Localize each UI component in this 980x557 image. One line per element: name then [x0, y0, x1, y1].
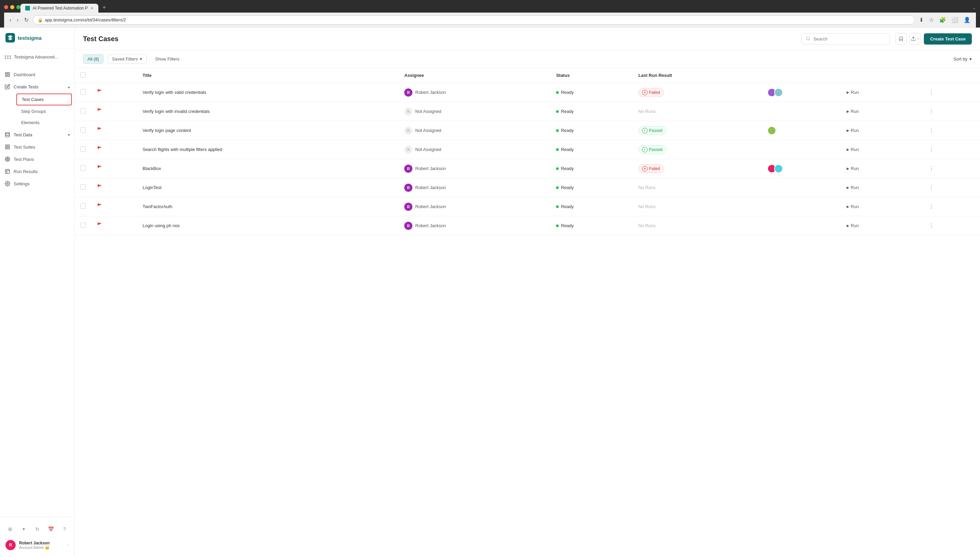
show-filters-button[interactable]: Show Filters [151, 54, 184, 64]
title-cell[interactable]: Verify login page content [137, 121, 399, 140]
saved-filters-button[interactable]: Saved Filters ▾ [108, 54, 147, 64]
sidebar-item-step-groups[interactable]: Step Groups [16, 106, 72, 117]
row-checkbox[interactable] [80, 165, 86, 171]
sidebar-item-test-data[interactable]: Test Data ▾ [0, 129, 75, 141]
gear-icon [5, 181, 10, 186]
test-case-title: Verify login with valid credentials [142, 90, 206, 95]
more-options-button[interactable]: ⋮ [926, 183, 975, 192]
title-cell[interactable]: TwoFactorAuth [137, 197, 399, 216]
row-checkbox-cell [75, 102, 92, 121]
minimize-button[interactable] [10, 5, 14, 9]
search-input[interactable] [813, 36, 885, 41]
extensions-icon[interactable]: 🧩 [938, 15, 947, 24]
browser-toolbar: ‹ › ↻ 🔒 app.testsigma.com/ui/td/34/cases… [4, 13, 976, 28]
title-cell[interactable]: Verify login with valid credentials [137, 83, 399, 102]
run-button[interactable]: ▶ Run [844, 184, 915, 191]
active-tab[interactable]: AI Powered Test Automation P ✕ [20, 4, 98, 13]
run-button[interactable]: ▶ Run [844, 164, 915, 173]
svg-line-21 [407, 148, 410, 151]
more-options-button[interactable]: ⋮ [926, 145, 975, 154]
address-bar[interactable]: 🔒 app.testsigma.com/ui/td/34/cases/filte… [33, 15, 915, 24]
sort-by-button[interactable]: Sort by ▾ [954, 57, 972, 62]
tool-refresh[interactable]: ↻ [32, 524, 43, 534]
sidebar-item-run-results[interactable]: Run Results [0, 165, 75, 178]
row-checkbox[interactable] [80, 204, 86, 209]
col-more [921, 68, 980, 83]
sidebar-item-test-plans[interactable]: Test Plans [0, 153, 75, 165]
create-test-case-button[interactable]: Create Test Case [924, 33, 972, 44]
app-selector[interactable]: Testsigma Advanced... [0, 51, 75, 63]
tool-calendar[interactable]: 📅 [46, 524, 57, 534]
title-cell[interactable]: Verify login with invalid credentials [137, 102, 399, 121]
more-options-cell: ⋮ [921, 140, 980, 159]
traffic-lights[interactable] [4, 4, 20, 12]
title-cell[interactable]: LoginTest [137, 178, 399, 197]
row-checkbox[interactable] [80, 89, 86, 94]
row-checkbox[interactable] [80, 146, 86, 151]
more-options-button[interactable]: ⋮ [926, 107, 975, 116]
assignee-avatar: R [404, 203, 412, 211]
more-options-button[interactable]: ⋮ [926, 164, 975, 173]
last-run-result-cell: No Runs [633, 102, 762, 121]
col-title[interactable]: Title [137, 68, 399, 83]
col-last-run-result[interactable]: Last Run Result [633, 68, 762, 83]
col-status[interactable]: Status [550, 68, 633, 83]
sidebar-item-test-suites[interactable]: Test Suites [0, 141, 75, 153]
profile-icon[interactable]: 👤 [962, 15, 972, 24]
sidebar-item-create-tests[interactable]: Create Tests ▴ [0, 81, 75, 93]
avatars-cell [762, 102, 838, 121]
more-options-button[interactable]: ⋮ [926, 221, 975, 230]
sidebar-item-elements[interactable]: Elements [16, 117, 72, 128]
sidebar-label-test-suites: Test Suites [14, 145, 35, 150]
run-button[interactable]: ▶ Run [844, 127, 915, 134]
tool-extensions[interactable]: ✦ [18, 524, 29, 534]
assignee-name: Not Assigned [415, 109, 441, 114]
refresh-button[interactable]: ↻ [23, 15, 30, 24]
download-icon[interactable]: ⬇ [918, 15, 925, 24]
more-options-button[interactable]: ⋮ [926, 126, 975, 135]
run-icon: ▶ [847, 148, 849, 151]
row-checkbox[interactable] [80, 108, 86, 114]
grid-icon [5, 55, 11, 59]
not-assigned-icon [404, 107, 412, 116]
sidebar-item-test-cases[interactable]: Test Cases [16, 93, 72, 106]
back-button[interactable]: ‹ [8, 16, 13, 24]
forward-button[interactable]: › [15, 16, 20, 24]
run-button[interactable]: ▶ Run [844, 145, 915, 153]
col-assignee[interactable]: Assignee [399, 68, 550, 83]
no-runs-text: No Runs [639, 204, 656, 209]
tool-help[interactable]: ? [59, 524, 70, 534]
search-box[interactable] [801, 33, 890, 44]
window-icon[interactable]: ⬜ [950, 15, 960, 24]
row-checkbox[interactable] [80, 127, 86, 133]
user-chevron-icon: › [68, 543, 69, 547]
bookmark-action-icon[interactable] [895, 33, 907, 44]
svg-rect-5 [5, 145, 7, 147]
tool-integrations[interactable]: ⊞ [5, 524, 16, 534]
maximize-button[interactable] [16, 5, 20, 9]
title-cell[interactable]: Search flights with multiple filters app… [137, 140, 399, 159]
header-actions: Create Test Case [895, 33, 972, 44]
title-cell[interactable]: Login using ph nos [137, 216, 399, 235]
filter-all[interactable]: All (8) [83, 54, 103, 64]
row-checkbox[interactable] [80, 222, 86, 228]
more-options-button[interactable]: ⋮ [926, 88, 975, 97]
sidebar-item-dashboard[interactable]: Dashboard [0, 68, 75, 81]
priority-flag-icon [97, 146, 102, 152]
run-button[interactable]: ▶ Run [844, 88, 915, 96]
tab-close-btn[interactable]: ✕ [90, 6, 93, 11]
new-tab-button[interactable]: + [100, 3, 109, 13]
title-cell[interactable]: BlackBox [137, 159, 399, 178]
more-options-button[interactable]: ⋮ [926, 202, 975, 211]
close-button[interactable] [4, 5, 8, 9]
sidebar-item-settings[interactable]: Settings [0, 178, 75, 190]
run-button[interactable]: ▶ Run [844, 203, 915, 210]
row-checkbox[interactable] [80, 184, 86, 190]
svg-point-4 [5, 132, 10, 134]
select-all-checkbox[interactable] [80, 72, 86, 78]
user-section[interactable]: R Robert Jackson Account Admin 👑 › [4, 537, 70, 553]
run-button[interactable]: ▶ Run [844, 107, 915, 115]
bookmark-icon[interactable]: ☆ [928, 15, 935, 24]
export-action-btn[interactable] [910, 33, 921, 44]
run-button[interactable]: ▶ Run [844, 222, 915, 230]
